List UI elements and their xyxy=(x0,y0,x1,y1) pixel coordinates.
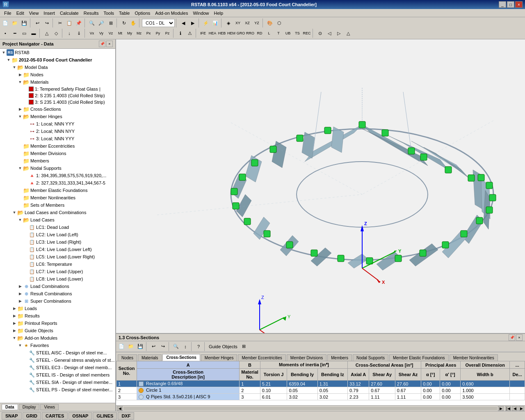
tree-steel-aisc[interactable]: 🔧 STEEL AISC - Design of steel me... xyxy=(0,349,115,356)
tree-root[interactable]: ▼ RS RSTAB xyxy=(0,49,115,56)
table-nav-prev[interactable]: ◀ xyxy=(512,406,518,411)
status-glines[interactable]: GLINES xyxy=(93,412,117,420)
nav-tab-views[interactable]: Views xyxy=(40,404,59,410)
tree-eccentricities[interactable]: 📁 Member Eccentricities xyxy=(0,142,115,150)
menu-help[interactable]: Help xyxy=(212,10,226,16)
bt-help[interactable]: ? xyxy=(194,342,203,351)
tb-warning[interactable]: ⚠ xyxy=(185,29,194,38)
tree-load-cases-sub[interactable]: ▼ 📂 Load Cases xyxy=(0,216,115,224)
tb-section-h[interactable]: L xyxy=(265,29,274,38)
tb-view-up[interactable]: △ xyxy=(344,29,353,38)
tree-lc3[interactable]: 📋 LC3: Live Load (Right) xyxy=(0,238,115,246)
table-nav-next[interactable]: ▶ xyxy=(518,406,524,411)
tb-wire[interactable]: ⬡ xyxy=(275,18,284,27)
tb-hinge[interactable]: ◇ xyxy=(52,29,61,38)
tree-results[interactable]: ▶ 📁 Results xyxy=(0,312,115,320)
tb-paste[interactable]: 📌 xyxy=(74,18,83,27)
tree-mat-2[interactable]: 2: S 235 1.4003 (Cold Rolled Strip) xyxy=(0,92,115,99)
tb-v3[interactable]: Vz xyxy=(106,29,115,38)
tree-hinge-1[interactable]: ⊶ 1: Local; NNN YYY xyxy=(0,120,115,128)
nav-pin[interactable]: 📌 xyxy=(99,41,105,47)
tb-view-rot[interactable]: ⊙ xyxy=(315,29,324,38)
tree-model-data[interactable]: ▼ 📂 Model Data xyxy=(0,64,115,71)
tab-nodes[interactable]: Nodes xyxy=(118,354,137,361)
bottom-scrollbar[interactable]: ◀ ▶ |◀ ◀ ▶ xyxy=(116,405,525,411)
tb-section-e[interactable]: GRO xyxy=(236,29,245,38)
tree-steel-general[interactable]: 🔧 STEEL - General stress analysis of st.… xyxy=(0,356,115,364)
menu-options[interactable]: Options xyxy=(132,10,153,16)
tree-steel-sia[interactable]: 🔧 STEEL SIA - Design of steel membe... xyxy=(0,379,115,386)
tree-lc1[interactable]: 📋 LC1: Dead Load xyxy=(0,224,115,231)
menu-addons[interactable]: Add-on Modules xyxy=(153,10,190,16)
bt-filter[interactable]: 🔍 xyxy=(171,342,180,351)
tab-member-elastic[interactable]: Member Elastic Foundations xyxy=(389,354,449,361)
menu-edit[interactable]: Edit xyxy=(14,10,27,16)
bt-undo-cs[interactable]: ↩ xyxy=(149,342,158,351)
tree-hinges[interactable]: ▼ 📂 Member Hinges xyxy=(0,113,115,120)
tab-cross-sections[interactable]: Cross-Sections xyxy=(162,354,200,361)
tab-members[interactable]: Members xyxy=(327,354,352,361)
nav-tab-data[interactable]: Data xyxy=(2,404,18,410)
tree-guide-objects[interactable]: ▶ 📁 Guide Objects xyxy=(0,327,115,334)
tb-section-c[interactable]: HEB xyxy=(217,29,226,38)
tb-fit[interactable]: ⊞ xyxy=(106,18,115,27)
tree-members[interactable]: 📁 Members xyxy=(0,157,115,164)
tb-results[interactable]: 📊 xyxy=(211,18,220,27)
tb-cut[interactable]: ✂ xyxy=(55,18,64,27)
tb-section-f[interactable]: RRO xyxy=(246,29,255,38)
tab-member-ecc[interactable]: Member Eccentricities xyxy=(238,354,285,361)
tb-section-k[interactable]: TS xyxy=(293,29,302,38)
tab-nodal-supports[interactable]: Nodal Supports xyxy=(353,354,388,361)
tree-lc7[interactable]: 📋 LC7: Live Load (Upper) xyxy=(0,268,115,275)
tree-favorites[interactable]: ▼ ★ Favorites xyxy=(0,342,115,349)
tb-support[interactable]: △ xyxy=(42,29,51,38)
tb-py[interactable]: Py xyxy=(153,29,162,38)
minimize-button[interactable]: _ xyxy=(499,1,506,8)
tab-materials[interactable]: Materials xyxy=(138,354,162,361)
tb-new[interactable]: 📄 xyxy=(1,18,10,27)
status-osnap[interactable]: OSNAP xyxy=(68,412,92,420)
status-snap[interactable]: SNAP xyxy=(2,412,22,420)
menu-file[interactable]: File xyxy=(2,10,14,16)
tb-surface[interactable]: ▭ xyxy=(20,29,29,38)
status-cartes[interactable]: CARTES xyxy=(42,412,68,420)
tb-redo[interactable]: ↪ xyxy=(42,18,51,27)
scroll-left[interactable]: ◀ xyxy=(117,406,123,411)
tree-nonlinearities[interactable]: 📁 Member Nonlinearities xyxy=(0,194,115,201)
tb-info[interactable]: ℹ xyxy=(176,29,185,38)
tree-super-comb[interactable]: ▶ ⊞ Super Combinations xyxy=(0,297,115,305)
tb-v1[interactable]: Vx xyxy=(87,29,96,38)
tree-lc2[interactable]: 📋 LC2: Live Load (Left) xyxy=(0,231,115,238)
tree-cross-sections[interactable]: ▶ 📁 Cross-Sections xyxy=(0,105,115,113)
scroll-track-h[interactable] xyxy=(123,407,497,410)
tb-my[interactable]: My xyxy=(125,29,134,38)
tree-lc5[interactable]: 📋 LC5: Live Load (Lower Right) xyxy=(0,253,115,260)
maximize-button[interactable]: □ xyxy=(507,1,514,8)
tb-solid[interactable]: ▬ xyxy=(29,29,38,38)
tb-v2[interactable]: Vy xyxy=(97,29,106,38)
tree-container[interactable]: ▼ RS RSTAB ▼ 📁 2012-05-03 Food Court Cha… xyxy=(0,49,115,403)
tree-lc8[interactable]: 📋 LC8: Live Load (Lower) xyxy=(0,275,115,283)
tree-nodal-supports[interactable]: ▼ 📂 Nodal Supports xyxy=(0,164,115,172)
table-row[interactable]: 3 Q Pipes Std. 3.5x0.216 | AISC 9 3 6.01… xyxy=(116,394,525,400)
tree-project[interactable]: ▼ 📁 2012-05-03 Food Court Chandelier xyxy=(0,56,115,64)
tb-load-node[interactable]: ↓ xyxy=(65,29,74,38)
bt-save-cs[interactable]: 💾 xyxy=(136,342,145,351)
tree-divisions[interactable]: 📁 Member Divisions xyxy=(0,150,115,157)
bt-redo-cs[interactable]: ↪ xyxy=(158,342,167,351)
scroll-right[interactable]: ▶ xyxy=(498,406,504,411)
tree-elastic-found[interactable]: 📁 Member Elastic Foundations xyxy=(0,187,115,194)
tb-calculate[interactable]: ⚡ xyxy=(201,18,210,27)
menu-view[interactable]: View xyxy=(27,10,41,16)
tb-view-left[interactable]: ◁ xyxy=(325,29,334,38)
tb-section-g[interactable]: RD xyxy=(255,29,264,38)
tree-mat-1[interactable]: 1: Tempered Safety Float Glass | xyxy=(0,86,115,92)
tb-mz[interactable]: Mz xyxy=(135,29,144,38)
tb-zoom-in[interactable]: 🔍 xyxy=(87,18,96,27)
bt-open-cs[interactable]: 📁 xyxy=(126,342,135,351)
tree-sets-members[interactable]: 📁 Sets of Members xyxy=(0,201,115,209)
menu-window[interactable]: Window xyxy=(190,10,211,16)
tab-member-div[interactable]: Member Divisions xyxy=(287,354,326,361)
tree-printout[interactable]: ▶ 📁 Printout Reports xyxy=(0,320,115,327)
bt-sort[interactable]: ↕ xyxy=(181,342,190,351)
